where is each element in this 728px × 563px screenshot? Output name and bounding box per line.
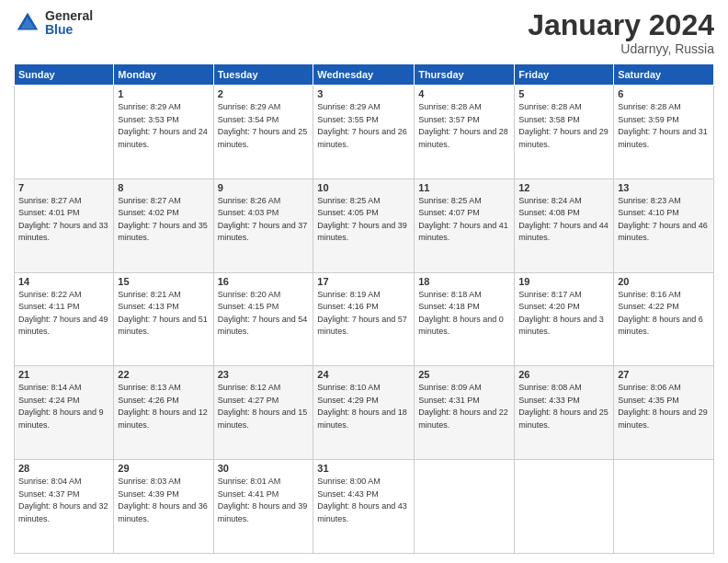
sunrise-text: Sunrise: 8:29 AM bbox=[317, 101, 410, 114]
table-row: 6 Sunrise: 8:28 AM Sunset: 3:59 PM Dayli… bbox=[614, 86, 714, 179]
day-info: Sunrise: 8:27 AM Sunset: 4:02 PM Dayligh… bbox=[118, 195, 209, 245]
calendar-week-row: 14 Sunrise: 8:22 AM Sunset: 4:11 PM Dayl… bbox=[15, 272, 714, 366]
sunset-text: Sunset: 4:35 PM bbox=[618, 395, 710, 408]
table-row: 4 Sunrise: 8:28 AM Sunset: 3:57 PM Dayli… bbox=[415, 86, 515, 179]
day-info: Sunrise: 8:01 AM Sunset: 4:41 PM Dayligh… bbox=[218, 476, 310, 525]
sunrise-text: Sunrise: 8:20 AM bbox=[218, 289, 310, 302]
daylight-text: Daylight: 8 hours and 36 minutes. bbox=[118, 500, 209, 525]
sunset-text: Sunset: 3:58 PM bbox=[518, 114, 609, 127]
day-number: 28 bbox=[18, 463, 109, 474]
daylight-text: Daylight: 8 hours and 9 minutes. bbox=[18, 407, 109, 431]
day-number: 23 bbox=[218, 369, 310, 380]
table-row: 15 Sunrise: 8:21 AM Sunset: 4:13 PM Dayl… bbox=[114, 272, 213, 366]
day-number: 10 bbox=[317, 182, 410, 193]
table-row: 12 Sunrise: 8:24 AM Sunset: 4:08 PM Dayl… bbox=[515, 178, 614, 272]
sunrise-text: Sunrise: 8:29 AM bbox=[218, 101, 310, 114]
table-row: 8 Sunrise: 8:27 AM Sunset: 4:02 PM Dayli… bbox=[114, 178, 213, 272]
calendar-table: Sunday Monday Tuesday Wednesday Thursday… bbox=[14, 63, 714, 554]
day-number: 19 bbox=[518, 276, 609, 287]
sunset-text: Sunset: 4:10 PM bbox=[618, 207, 710, 220]
day-info: Sunrise: 8:22 AM Sunset: 4:11 PM Dayligh… bbox=[18, 289, 109, 339]
sunrise-text: Sunrise: 8:03 AM bbox=[118, 476, 209, 488]
daylight-text: Daylight: 8 hours and 29 minutes. bbox=[618, 407, 710, 431]
table-row: 9 Sunrise: 8:26 AM Sunset: 4:03 PM Dayli… bbox=[213, 178, 313, 272]
sunset-text: Sunset: 4:43 PM bbox=[317, 488, 410, 501]
day-number: 16 bbox=[218, 276, 310, 287]
sunset-text: Sunset: 4:07 PM bbox=[418, 207, 510, 220]
title-block: January 2024 Udarnyy, Russia bbox=[528, 9, 714, 56]
sunrise-text: Sunrise: 8:13 AM bbox=[118, 382, 209, 395]
day-number: 27 bbox=[618, 369, 710, 380]
day-number: 29 bbox=[118, 463, 209, 474]
table-row: 21 Sunrise: 8:14 AM Sunset: 4:24 PM Dayl… bbox=[15, 366, 114, 460]
table-row: 2 Sunrise: 8:29 AM Sunset: 3:54 PM Dayli… bbox=[213, 86, 313, 179]
table-row: 5 Sunrise: 8:28 AM Sunset: 3:58 PM Dayli… bbox=[515, 86, 614, 179]
day-info: Sunrise: 8:04 AM Sunset: 4:37 PM Dayligh… bbox=[18, 476, 109, 525]
sunset-text: Sunset: 3:53 PM bbox=[118, 114, 209, 127]
day-number: 26 bbox=[518, 369, 609, 380]
table-row: 3 Sunrise: 8:29 AM Sunset: 3:55 PM Dayli… bbox=[313, 86, 415, 179]
day-info: Sunrise: 8:03 AM Sunset: 4:39 PM Dayligh… bbox=[118, 476, 209, 525]
table-row bbox=[515, 460, 614, 554]
day-info: Sunrise: 8:16 AM Sunset: 4:22 PM Dayligh… bbox=[618, 289, 710, 339]
table-row: 11 Sunrise: 8:25 AM Sunset: 4:07 PM Dayl… bbox=[415, 178, 515, 272]
col-sunday: Sunday bbox=[15, 64, 114, 86]
daylight-text: Daylight: 7 hours and 26 minutes. bbox=[317, 126, 410, 151]
table-row: 27 Sunrise: 8:06 AM Sunset: 4:35 PM Dayl… bbox=[614, 366, 714, 460]
daylight-text: Daylight: 7 hours and 39 minutes. bbox=[317, 220, 410, 245]
sunrise-text: Sunrise: 8:25 AM bbox=[418, 195, 510, 208]
day-number: 15 bbox=[118, 276, 209, 287]
table-row: 19 Sunrise: 8:17 AM Sunset: 4:20 PM Dayl… bbox=[515, 272, 614, 366]
day-number: 3 bbox=[317, 88, 410, 99]
col-wednesday: Wednesday bbox=[313, 64, 415, 86]
sunrise-text: Sunrise: 8:26 AM bbox=[218, 195, 310, 208]
table-row: 28 Sunrise: 8:04 AM Sunset: 4:37 PM Dayl… bbox=[15, 460, 114, 554]
day-info: Sunrise: 8:25 AM Sunset: 4:07 PM Dayligh… bbox=[418, 195, 510, 245]
sunrise-text: Sunrise: 8:23 AM bbox=[618, 195, 710, 208]
day-number: 31 bbox=[317, 463, 410, 474]
day-info: Sunrise: 8:09 AM Sunset: 4:31 PM Dayligh… bbox=[418, 382, 510, 431]
day-info: Sunrise: 8:20 AM Sunset: 4:15 PM Dayligh… bbox=[218, 289, 310, 339]
day-info: Sunrise: 8:08 AM Sunset: 4:33 PM Dayligh… bbox=[518, 382, 609, 431]
sunrise-text: Sunrise: 8:28 AM bbox=[618, 101, 710, 114]
col-saturday: Saturday bbox=[614, 64, 714, 86]
day-number: 2 bbox=[218, 88, 310, 99]
page: General Blue January 2024 Udarnyy, Russi… bbox=[0, 0, 728, 563]
logo-blue: Blue bbox=[45, 23, 93, 37]
day-number: 5 bbox=[518, 88, 609, 99]
sunset-text: Sunset: 4:01 PM bbox=[18, 207, 109, 220]
sunset-text: Sunset: 4:16 PM bbox=[317, 301, 410, 314]
calendar-week-row: 7 Sunrise: 8:27 AM Sunset: 4:01 PM Dayli… bbox=[15, 178, 714, 272]
day-info: Sunrise: 8:28 AM Sunset: 3:57 PM Dayligh… bbox=[418, 101, 510, 151]
sunrise-text: Sunrise: 8:09 AM bbox=[418, 382, 510, 395]
sunset-text: Sunset: 4:15 PM bbox=[218, 301, 310, 314]
sunset-text: Sunset: 4:11 PM bbox=[18, 301, 109, 314]
day-info: Sunrise: 8:29 AM Sunset: 3:53 PM Dayligh… bbox=[118, 101, 209, 151]
calendar-week-row: 1 Sunrise: 8:29 AM Sunset: 3:53 PM Dayli… bbox=[15, 86, 714, 179]
table-row: 30 Sunrise: 8:01 AM Sunset: 4:41 PM Dayl… bbox=[213, 460, 313, 554]
logo-icon bbox=[14, 9, 41, 37]
day-number: 12 bbox=[518, 182, 609, 193]
daylight-text: Daylight: 7 hours and 35 minutes. bbox=[118, 220, 209, 245]
day-info: Sunrise: 8:18 AM Sunset: 4:18 PM Dayligh… bbox=[418, 289, 510, 339]
calendar-week-row: 21 Sunrise: 8:14 AM Sunset: 4:24 PM Dayl… bbox=[15, 366, 714, 460]
sunrise-text: Sunrise: 8:28 AM bbox=[518, 101, 609, 114]
sunset-text: Sunset: 3:55 PM bbox=[317, 114, 410, 127]
sunset-text: Sunset: 3:54 PM bbox=[218, 114, 310, 127]
sunrise-text: Sunrise: 8:10 AM bbox=[317, 382, 410, 395]
sunrise-text: Sunrise: 8:25 AM bbox=[317, 195, 410, 208]
table-row bbox=[15, 86, 114, 179]
day-info: Sunrise: 8:21 AM Sunset: 4:13 PM Dayligh… bbox=[118, 289, 209, 339]
sunset-text: Sunset: 4:20 PM bbox=[518, 301, 609, 314]
daylight-text: Daylight: 7 hours and 25 minutes. bbox=[218, 126, 310, 151]
sunrise-text: Sunrise: 8:21 AM bbox=[118, 289, 209, 302]
day-info: Sunrise: 8:28 AM Sunset: 3:58 PM Dayligh… bbox=[518, 101, 609, 151]
table-row: 31 Sunrise: 8:00 AM Sunset: 4:43 PM Dayl… bbox=[313, 460, 415, 554]
header: General Blue January 2024 Udarnyy, Russi… bbox=[14, 9, 714, 56]
day-number: 25 bbox=[418, 369, 510, 380]
daylight-text: Daylight: 7 hours and 54 minutes. bbox=[218, 314, 310, 339]
sunrise-text: Sunrise: 8:04 AM bbox=[18, 476, 109, 488]
daylight-text: Daylight: 8 hours and 0 minutes. bbox=[418, 314, 510, 339]
daylight-text: Daylight: 7 hours and 33 minutes. bbox=[18, 220, 109, 245]
daylight-text: Daylight: 7 hours and 31 minutes. bbox=[618, 126, 710, 151]
